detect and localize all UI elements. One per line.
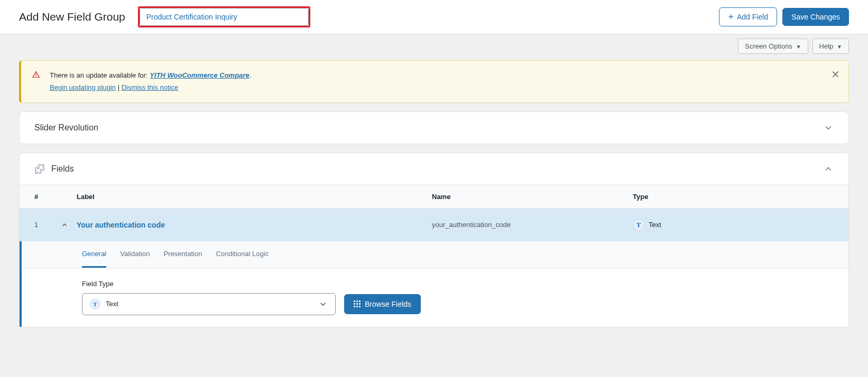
slider-revolution-panel: Slider Revolution bbox=[19, 111, 849, 144]
chevron-down-icon bbox=[318, 299, 328, 309]
chevron-down-icon[interactable] bbox=[823, 122, 834, 133]
save-changes-label: Save Changes bbox=[791, 13, 840, 21]
browse-fields-button[interactable]: Browse Fields bbox=[344, 294, 421, 314]
field-editor-tabs: General Validation Presentation Conditio… bbox=[22, 241, 848, 268]
tab-conditional-logic[interactable]: Conditional Logic bbox=[216, 241, 269, 268]
page-header: Add New Field Group + Add Field Save Cha… bbox=[0, 0, 868, 34]
page-title: Add New Field Group bbox=[19, 11, 125, 23]
tab-general[interactable]: General bbox=[82, 241, 106, 268]
notice-text: There is an update available for: bbox=[50, 71, 150, 79]
puzzle-icon bbox=[34, 164, 45, 174]
selected-field-type: Text bbox=[106, 300, 118, 308]
browse-fields-label: Browse Fields bbox=[365, 300, 411, 308]
field-row-name: your_authentication_code bbox=[432, 221, 633, 229]
screen-options-button[interactable]: Screen Options ▼ bbox=[738, 39, 808, 54]
help-button[interactable]: Help ▼ bbox=[812, 39, 849, 54]
fields-table-header: # Label Name Type bbox=[20, 185, 848, 209]
add-field-label: Add Field bbox=[737, 13, 768, 21]
close-notice-button[interactable]: ✕ bbox=[831, 68, 840, 81]
field-form: Field Type T Text Browse Fields bbox=[22, 268, 848, 327]
tab-validation[interactable]: Validation bbox=[120, 241, 150, 268]
plugin-link[interactable]: YITH WooCommerce Compare bbox=[150, 71, 249, 79]
close-icon: ✕ bbox=[831, 69, 840, 80]
col-header-name: Name bbox=[432, 193, 633, 201]
slider-panel-title: Slider Revolution bbox=[34, 123, 98, 133]
text-type-icon: T bbox=[90, 299, 100, 309]
fields-panel: Fields # Label Name Type 1 Your authenti… bbox=[19, 153, 849, 327]
field-type-select[interactable]: T Text bbox=[82, 293, 336, 315]
slider-panel-header[interactable]: Slider Revolution bbox=[20, 112, 848, 144]
dismiss-notice-link[interactable]: Dismiss this notice bbox=[122, 83, 179, 91]
notice-body: There is an update available for: YITH W… bbox=[50, 69, 251, 94]
grid-icon bbox=[354, 300, 361, 307]
field-row-label[interactable]: Your authentication code bbox=[77, 221, 165, 229]
fields-panel-header[interactable]: Fields bbox=[20, 153, 848, 185]
add-field-button[interactable]: + Add Field bbox=[719, 7, 777, 26]
field-group-title-input[interactable] bbox=[140, 8, 309, 26]
collapse-field-icon[interactable] bbox=[61, 221, 77, 229]
title-highlight-box bbox=[138, 6, 310, 27]
top-controls: Screen Options ▼ Help ▼ bbox=[0, 34, 868, 54]
tab-presentation[interactable]: Presentation bbox=[163, 241, 202, 268]
col-header-label: Label bbox=[77, 193, 432, 201]
begin-update-link[interactable]: Begin updating plugin bbox=[50, 83, 116, 91]
field-type-label: Text bbox=[649, 221, 661, 229]
field-row-num: 1 bbox=[34, 221, 61, 229]
field-type-label: Field Type bbox=[82, 280, 834, 288]
field-type-badge: T Text bbox=[633, 219, 661, 231]
warning-icon bbox=[32, 70, 40, 79]
plus-icon: + bbox=[728, 12, 734, 22]
caret-down-icon: ▼ bbox=[835, 44, 842, 50]
chevron-up-icon[interactable] bbox=[823, 164, 834, 174]
save-changes-button[interactable]: Save Changes bbox=[782, 8, 849, 26]
text-type-icon: T bbox=[633, 219, 644, 231]
col-header-type: Type bbox=[633, 193, 834, 201]
field-row[interactable]: 1 Your authentication code your_authenti… bbox=[20, 209, 848, 241]
col-header-num: # bbox=[34, 193, 61, 201]
fields-panel-title: Fields bbox=[51, 164, 74, 174]
update-notice: There is an update available for: YITH W… bbox=[19, 60, 849, 103]
caret-down-icon: ▼ bbox=[795, 44, 801, 50]
field-editor: General Validation Presentation Conditio… bbox=[20, 241, 848, 327]
